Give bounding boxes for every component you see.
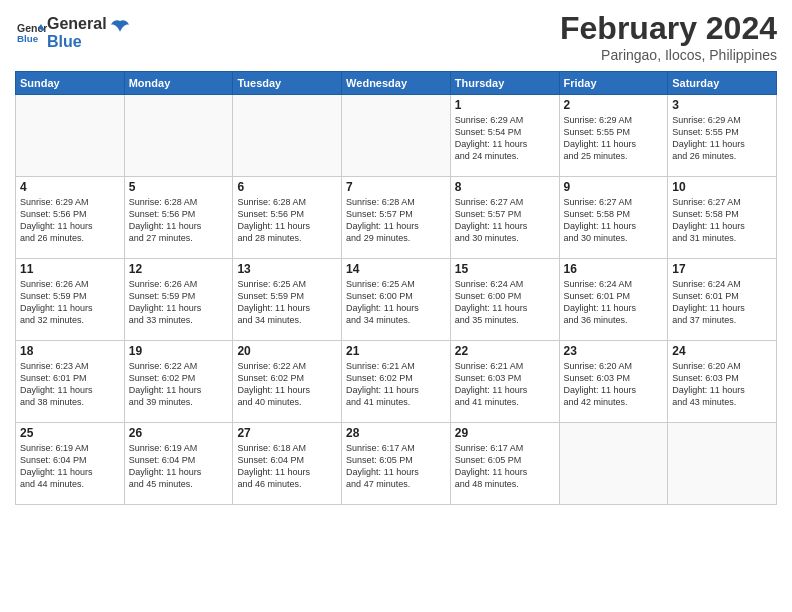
day-info: Sunrise: 6:29 AM Sunset: 5:54 PM Dayligh… bbox=[455, 114, 555, 163]
calendar-week-row: 25Sunrise: 6:19 AM Sunset: 6:04 PM Dayli… bbox=[16, 423, 777, 505]
calendar-cell: 13Sunrise: 6:25 AM Sunset: 5:59 PM Dayli… bbox=[233, 259, 342, 341]
logo-line1: General bbox=[47, 15, 107, 33]
calendar-cell: 1Sunrise: 6:29 AM Sunset: 5:54 PM Daylig… bbox=[450, 95, 559, 177]
calendar-cell: 6Sunrise: 6:28 AM Sunset: 5:56 PM Daylig… bbox=[233, 177, 342, 259]
calendar-week-row: 4Sunrise: 6:29 AM Sunset: 5:56 PM Daylig… bbox=[16, 177, 777, 259]
calendar-cell: 12Sunrise: 6:26 AM Sunset: 5:59 PM Dayli… bbox=[124, 259, 233, 341]
calendar-cell: 18Sunrise: 6:23 AM Sunset: 6:01 PM Dayli… bbox=[16, 341, 125, 423]
day-number: 26 bbox=[129, 426, 229, 440]
day-info: Sunrise: 6:23 AM Sunset: 6:01 PM Dayligh… bbox=[20, 360, 120, 409]
calendar-cell bbox=[668, 423, 777, 505]
day-number: 6 bbox=[237, 180, 337, 194]
calendar-cell: 14Sunrise: 6:25 AM Sunset: 6:00 PM Dayli… bbox=[342, 259, 451, 341]
day-info: Sunrise: 6:19 AM Sunset: 6:04 PM Dayligh… bbox=[20, 442, 120, 491]
col-header-saturday: Saturday bbox=[668, 72, 777, 95]
day-info: Sunrise: 6:22 AM Sunset: 6:02 PM Dayligh… bbox=[237, 360, 337, 409]
col-header-wednesday: Wednesday bbox=[342, 72, 451, 95]
page-container: General Blue General Blue February 2024 … bbox=[0, 0, 792, 515]
calendar-cell: 7Sunrise: 6:28 AM Sunset: 5:57 PM Daylig… bbox=[342, 177, 451, 259]
calendar-cell: 22Sunrise: 6:21 AM Sunset: 6:03 PM Dayli… bbox=[450, 341, 559, 423]
day-number: 17 bbox=[672, 262, 772, 276]
logo-bird-icon bbox=[109, 18, 131, 40]
day-number: 27 bbox=[237, 426, 337, 440]
day-number: 11 bbox=[20, 262, 120, 276]
day-number: 7 bbox=[346, 180, 446, 194]
col-header-monday: Monday bbox=[124, 72, 233, 95]
day-number: 8 bbox=[455, 180, 555, 194]
day-info: Sunrise: 6:27 AM Sunset: 5:58 PM Dayligh… bbox=[564, 196, 664, 245]
day-info: Sunrise: 6:24 AM Sunset: 6:00 PM Dayligh… bbox=[455, 278, 555, 327]
day-info: Sunrise: 6:20 AM Sunset: 6:03 PM Dayligh… bbox=[672, 360, 772, 409]
calendar-cell: 15Sunrise: 6:24 AM Sunset: 6:00 PM Dayli… bbox=[450, 259, 559, 341]
day-info: Sunrise: 6:22 AM Sunset: 6:02 PM Dayligh… bbox=[129, 360, 229, 409]
calendar-cell: 20Sunrise: 6:22 AM Sunset: 6:02 PM Dayli… bbox=[233, 341, 342, 423]
calendar-week-row: 18Sunrise: 6:23 AM Sunset: 6:01 PM Dayli… bbox=[16, 341, 777, 423]
calendar-cell: 8Sunrise: 6:27 AM Sunset: 5:57 PM Daylig… bbox=[450, 177, 559, 259]
day-info: Sunrise: 6:26 AM Sunset: 5:59 PM Dayligh… bbox=[20, 278, 120, 327]
day-number: 15 bbox=[455, 262, 555, 276]
calendar-cell: 3Sunrise: 6:29 AM Sunset: 5:55 PM Daylig… bbox=[668, 95, 777, 177]
day-info: Sunrise: 6:28 AM Sunset: 5:56 PM Dayligh… bbox=[129, 196, 229, 245]
header: General Blue General Blue February 2024 … bbox=[15, 10, 777, 63]
logo: General Blue General Blue bbox=[15, 15, 131, 50]
day-info: Sunrise: 6:26 AM Sunset: 5:59 PM Dayligh… bbox=[129, 278, 229, 327]
calendar-header-row: SundayMondayTuesdayWednesdayThursdayFrid… bbox=[16, 72, 777, 95]
day-info: Sunrise: 6:21 AM Sunset: 6:02 PM Dayligh… bbox=[346, 360, 446, 409]
day-info: Sunrise: 6:25 AM Sunset: 6:00 PM Dayligh… bbox=[346, 278, 446, 327]
day-info: Sunrise: 6:28 AM Sunset: 5:57 PM Dayligh… bbox=[346, 196, 446, 245]
day-number: 25 bbox=[20, 426, 120, 440]
calendar-cell bbox=[342, 95, 451, 177]
calendar-cell: 17Sunrise: 6:24 AM Sunset: 6:01 PM Dayli… bbox=[668, 259, 777, 341]
title-area: February 2024 Paringao, Ilocos, Philippi… bbox=[560, 10, 777, 63]
logo-icon: General Blue bbox=[17, 18, 47, 48]
day-number: 12 bbox=[129, 262, 229, 276]
calendar-week-row: 11Sunrise: 6:26 AM Sunset: 5:59 PM Dayli… bbox=[16, 259, 777, 341]
svg-text:Blue: Blue bbox=[17, 33, 39, 44]
calendar-cell: 26Sunrise: 6:19 AM Sunset: 6:04 PM Dayli… bbox=[124, 423, 233, 505]
day-number: 14 bbox=[346, 262, 446, 276]
calendar-cell bbox=[559, 423, 668, 505]
calendar-cell: 24Sunrise: 6:20 AM Sunset: 6:03 PM Dayli… bbox=[668, 341, 777, 423]
day-info: Sunrise: 6:20 AM Sunset: 6:03 PM Dayligh… bbox=[564, 360, 664, 409]
day-info: Sunrise: 6:18 AM Sunset: 6:04 PM Dayligh… bbox=[237, 442, 337, 491]
calendar-cell: 21Sunrise: 6:21 AM Sunset: 6:02 PM Dayli… bbox=[342, 341, 451, 423]
day-number: 22 bbox=[455, 344, 555, 358]
day-number: 4 bbox=[20, 180, 120, 194]
day-info: Sunrise: 6:24 AM Sunset: 6:01 PM Dayligh… bbox=[672, 278, 772, 327]
calendar-cell: 5Sunrise: 6:28 AM Sunset: 5:56 PM Daylig… bbox=[124, 177, 233, 259]
day-info: Sunrise: 6:29 AM Sunset: 5:55 PM Dayligh… bbox=[672, 114, 772, 163]
day-info: Sunrise: 6:27 AM Sunset: 5:58 PM Dayligh… bbox=[672, 196, 772, 245]
calendar-cell: 29Sunrise: 6:17 AM Sunset: 6:05 PM Dayli… bbox=[450, 423, 559, 505]
day-info: Sunrise: 6:25 AM Sunset: 5:59 PM Dayligh… bbox=[237, 278, 337, 327]
calendar-cell: 27Sunrise: 6:18 AM Sunset: 6:04 PM Dayli… bbox=[233, 423, 342, 505]
calendar-cell: 25Sunrise: 6:19 AM Sunset: 6:04 PM Dayli… bbox=[16, 423, 125, 505]
day-number: 28 bbox=[346, 426, 446, 440]
day-info: Sunrise: 6:28 AM Sunset: 5:56 PM Dayligh… bbox=[237, 196, 337, 245]
col-header-sunday: Sunday bbox=[16, 72, 125, 95]
location-subtitle: Paringao, Ilocos, Philippines bbox=[560, 47, 777, 63]
day-number: 3 bbox=[672, 98, 772, 112]
day-number: 10 bbox=[672, 180, 772, 194]
day-number: 23 bbox=[564, 344, 664, 358]
logo-line2: Blue bbox=[47, 33, 107, 51]
day-info: Sunrise: 6:17 AM Sunset: 6:05 PM Dayligh… bbox=[455, 442, 555, 491]
day-info: Sunrise: 6:17 AM Sunset: 6:05 PM Dayligh… bbox=[346, 442, 446, 491]
day-info: Sunrise: 6:24 AM Sunset: 6:01 PM Dayligh… bbox=[564, 278, 664, 327]
day-number: 24 bbox=[672, 344, 772, 358]
day-number: 13 bbox=[237, 262, 337, 276]
calendar-cell: 9Sunrise: 6:27 AM Sunset: 5:58 PM Daylig… bbox=[559, 177, 668, 259]
day-number: 18 bbox=[20, 344, 120, 358]
calendar-cell: 19Sunrise: 6:22 AM Sunset: 6:02 PM Dayli… bbox=[124, 341, 233, 423]
col-header-friday: Friday bbox=[559, 72, 668, 95]
day-info: Sunrise: 6:21 AM Sunset: 6:03 PM Dayligh… bbox=[455, 360, 555, 409]
day-info: Sunrise: 6:27 AM Sunset: 5:57 PM Dayligh… bbox=[455, 196, 555, 245]
calendar-cell: 4Sunrise: 6:29 AM Sunset: 5:56 PM Daylig… bbox=[16, 177, 125, 259]
calendar-cell: 11Sunrise: 6:26 AM Sunset: 5:59 PM Dayli… bbox=[16, 259, 125, 341]
calendar-cell: 10Sunrise: 6:27 AM Sunset: 5:58 PM Dayli… bbox=[668, 177, 777, 259]
day-number: 1 bbox=[455, 98, 555, 112]
calendar-cell: 28Sunrise: 6:17 AM Sunset: 6:05 PM Dayli… bbox=[342, 423, 451, 505]
col-header-thursday: Thursday bbox=[450, 72, 559, 95]
col-header-tuesday: Tuesday bbox=[233, 72, 342, 95]
calendar-cell: 23Sunrise: 6:20 AM Sunset: 6:03 PM Dayli… bbox=[559, 341, 668, 423]
calendar-cell bbox=[16, 95, 125, 177]
